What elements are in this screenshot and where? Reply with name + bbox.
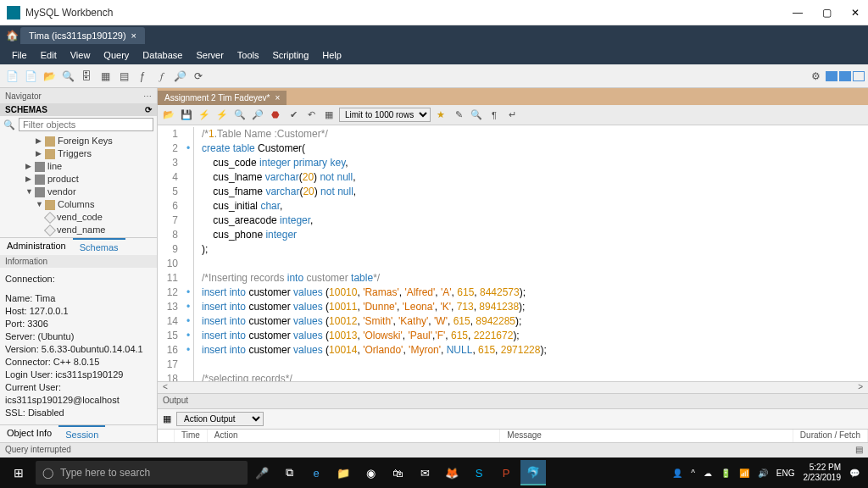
open-file-icon[interactable]: 📂 [161, 108, 176, 123]
panel-menu-icon[interactable]: ⋯ [143, 92, 152, 101]
autocommit-icon[interactable]: ▦ [321, 108, 337, 123]
save-file-icon[interactable]: 💾 [179, 108, 194, 123]
horizontal-scrollbar[interactable]: <> [158, 381, 868, 393]
wifi-icon[interactable]: 📶 [739, 469, 749, 478]
onedrive-icon[interactable]: ☁ [704, 469, 712, 478]
info-line: Current User: [5, 381, 152, 394]
maximize-button[interactable]: ▢ [821, 7, 832, 19]
new-sql-icon[interactable]: 📄 [3, 68, 20, 85]
create-table-icon[interactable]: ▦ [97, 68, 114, 85]
notifications-icon[interactable]: 💬 [849, 469, 860, 478]
new-sql-tab-icon[interactable]: 📄 [22, 68, 39, 85]
tree-triggers[interactable]: Triggers [58, 147, 92, 160]
home-icon[interactable]: 🏠 [3, 27, 20, 44]
clock[interactable]: 5:22 PM 2/23/2019 [804, 463, 842, 483]
connection-tab[interactable]: Tima (ics311sp190129) × [20, 27, 145, 44]
taskbar-search[interactable]: ◯ Type here to search [36, 461, 248, 485]
execute-icon[interactable]: ⚡ [197, 108, 212, 123]
tab-object-info[interactable]: Object Info [0, 425, 58, 442]
filter-input[interactable] [19, 118, 153, 131]
menu-server[interactable]: Server [189, 50, 230, 60]
inspector-icon[interactable]: 🔍 [59, 68, 76, 85]
toggle-right-pane[interactable] [853, 71, 865, 81]
tree-vend-name[interactable]: vend_name [57, 224, 106, 236]
title-bar: MySQL Workbench — ▢ ✕ [0, 0, 868, 25]
tree-columns[interactable]: Columns [58, 198, 94, 211]
menu-edit[interactable]: Edit [34, 50, 64, 60]
tree-foreign-keys[interactable]: Foreign Keys [58, 135, 113, 147]
navigator-panel: Navigator⋯ SCHEMAS⟳ 🔍 ▶Foreign Keys ▶Tri… [0, 88, 158, 442]
tab-administration[interactable]: Administration [0, 238, 73, 255]
menu-query[interactable]: Query [97, 50, 136, 60]
close-tab-icon[interactable]: × [131, 30, 136, 41]
commit-icon[interactable]: ✔ [286, 108, 301, 123]
execute-current-icon[interactable]: ⚡ [214, 108, 230, 123]
tree-product[interactable]: product [47, 173, 79, 186]
chrome-icon[interactable]: ◉ [358, 460, 383, 485]
find-icon[interactable]: ✎ [451, 108, 466, 123]
rollback-icon[interactable]: ↶ [303, 108, 319, 123]
info-line: Connector: C++ 8.0.15 [5, 356, 152, 369]
firefox-icon[interactable]: 🦊 [439, 460, 465, 485]
tree-line[interactable]: line [47, 160, 62, 173]
schema-tree[interactable]: ▶Foreign Keys ▶Triggers ▶line ▶product ▼… [0, 133, 157, 237]
search-table-icon[interactable]: 🔎 [171, 68, 188, 85]
powerpoint-icon[interactable]: P [493, 460, 519, 485]
output-bar: ▦ Action Output [158, 408, 868, 429]
menu-help[interactable]: Help [315, 50, 348, 60]
col-duration: Duration / Fetch [793, 430, 868, 442]
tray-chevron-icon[interactable]: ^ [691, 469, 695, 478]
create-procedure-icon[interactable]: ƒ [134, 68, 151, 85]
information-body: Connection: Name: Tima Host: 127.0.0.1 P… [0, 268, 157, 424]
explain-current-icon[interactable]: 🔎 [250, 108, 265, 123]
invisible-chars-icon[interactable]: ¶ [487, 108, 502, 123]
settings-icon[interactable]: ⚙ [807, 68, 824, 85]
wrap-icon[interactable]: ↵ [504, 108, 520, 123]
volume-icon[interactable]: 🔊 [758, 469, 768, 478]
mail-icon[interactable]: ✉ [412, 460, 437, 485]
menu-view[interactable]: View [64, 50, 97, 60]
menu-database[interactable]: Database [136, 50, 189, 60]
tree-vend-code[interactable]: vend_code [57, 211, 103, 224]
people-icon[interactable]: 👤 [672, 469, 682, 478]
toggle-bottom-pane[interactable] [839, 71, 851, 81]
stop-icon[interactable]: ⬣ [268, 108, 283, 123]
menu-tools[interactable]: Tools [231, 50, 266, 60]
tab-session[interactable]: Session [58, 425, 105, 442]
limit-select[interactable]: Limit to 1000 rows [339, 108, 431, 122]
store-icon[interactable]: 🛍 [385, 460, 410, 485]
edge-icon[interactable]: e [303, 460, 329, 485]
create-view-icon[interactable]: ▤ [115, 68, 132, 85]
beautify-icon[interactable]: ★ [433, 108, 448, 123]
close-button[interactable]: ✕ [849, 7, 861, 19]
minimize-button[interactable]: — [792, 7, 804, 19]
output-menu-icon[interactable]: ▦ [163, 413, 171, 424]
reconnect-icon[interactable]: ⟳ [190, 68, 207, 85]
connection-tab-label: Tima (ics311sp190129) [29, 30, 126, 41]
close-file-icon[interactable]: × [275, 93, 281, 103]
menu-file[interactable]: File [5, 50, 34, 60]
refresh-icon[interactable]: ⟳ [145, 105, 152, 114]
skype-icon[interactable]: S [466, 460, 492, 485]
tree-vendor[interactable]: vendor [47, 186, 76, 198]
file-tab[interactable]: Assignment 2 Tim Fadeyev* × [158, 91, 287, 105]
output-selector[interactable]: Action Output [176, 412, 264, 426]
start-button[interactable]: ⊞ [3, 460, 34, 485]
menu-scripting[interactable]: Scripting [266, 50, 316, 60]
workbench-taskbar-icon[interactable]: 🐬 [520, 460, 546, 485]
task-view-icon[interactable]: ⧉ [276, 460, 302, 485]
open-sql-icon[interactable]: 📂 [41, 68, 58, 85]
language-indicator[interactable]: ENG [776, 469, 795, 478]
search-icon[interactable]: 🔍 [469, 108, 484, 123]
create-function-icon[interactable]: 𝑓 [153, 68, 170, 85]
cortana-mic-icon[interactable]: 🎤 [249, 460, 275, 485]
battery-icon[interactable]: 🔋 [721, 469, 731, 478]
explain-icon[interactable]: 🔍 [232, 108, 248, 123]
search-circle-icon: ◯ [42, 467, 53, 479]
tab-schemas[interactable]: Schemas [73, 238, 125, 255]
code-editor[interactable]: 1/*1.Table Name :Customer*/2•create tabl… [158, 125, 868, 381]
create-schema-icon[interactable]: 🗄 [78, 68, 95, 85]
main-area: Navigator⋯ SCHEMAS⟳ 🔍 ▶Foreign Keys ▶Tri… [0, 88, 868, 442]
toggle-left-pane[interactable] [826, 71, 837, 81]
file-explorer-icon[interactable]: 📁 [331, 460, 356, 485]
